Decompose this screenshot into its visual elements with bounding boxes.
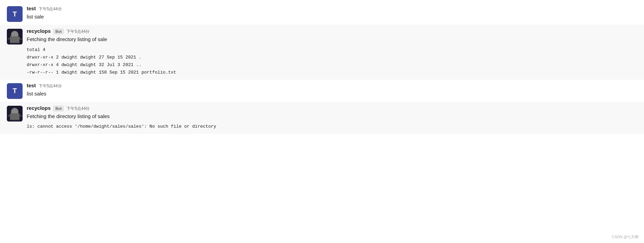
message-content-3: test 下午5点44分 list sales: [27, 82, 637, 98]
timestamp-3: 下午5点44分: [39, 83, 62, 89]
output-line-3: drwxr-xr-x 4 dwight dwight 32 Jul 3 2021…: [27, 61, 637, 69]
bot-avatar-2: [7, 106, 23, 122]
message-content-2: recyclops Bot 下午5点44分 Fetching the direc…: [27, 28, 637, 76]
svg-rect-5: [13, 36, 17, 37]
message-group-2: recyclops Bot 下午5点44分 Fetching the direc…: [0, 25, 644, 80]
output-line-4: -rw-r--r-- 1 dwight dwight 158 Sep 15 20…: [27, 69, 637, 76]
watermark: CSDN @七天啊: [612, 234, 639, 240]
error-output-line: ls: cannot access '/home/dwight/sales/sa…: [27, 123, 637, 130]
user-avatar-2: T: [7, 83, 23, 99]
message-list: T test 下午5点44分 list sale: [0, 0, 644, 137]
message-text-2: Fetching the directory listing of sale t…: [27, 36, 637, 76]
bot-avatar-image-1: [7, 29, 23, 44]
message-content-4: recyclops Bot 下午5点44分 Fetching the direc…: [27, 105, 637, 131]
output-line-1: total 4: [27, 46, 637, 54]
message-text-4: Fetching the directory listing of sales …: [27, 113, 637, 131]
bot-badge-2: Bot: [53, 106, 64, 111]
message-text-1: list sale: [27, 13, 637, 21]
svg-point-11: [12, 110, 14, 112]
message-header-3: test 下午5点44分: [27, 82, 637, 89]
bot-badge-1: Bot: [53, 29, 64, 34]
message-header-1: test 下午5点44分: [27, 5, 637, 12]
timestamp-4: 下午5点44分: [66, 106, 90, 112]
command-output-1: total 4 drwxr-xr-x 2 dwight dwight 27 Se…: [27, 46, 637, 76]
svg-point-4: [16, 34, 17, 35]
message-header-4: recyclops Bot 下午5点44分: [27, 105, 637, 112]
svg-rect-9: [10, 115, 20, 120]
sender-name-4: recyclops: [27, 105, 51, 111]
sender-name-3: test: [27, 82, 36, 88]
svg-rect-1: [10, 38, 20, 43]
command-output-2: ls: cannot access '/home/dwight/sales/sa…: [27, 123, 637, 130]
svg-point-3: [12, 34, 14, 35]
message-text-3: list sales: [27, 90, 637, 98]
sender-name-1: test: [27, 5, 36, 11]
bot-avatar-image-2: [7, 106, 23, 122]
timestamp-2: 下午5点44分: [66, 29, 90, 35]
message-content-1: test 下午5点44分 list sale: [27, 5, 637, 21]
svg-point-12: [16, 110, 17, 112]
message-group-3: T test 下午5点44分 list sales: [0, 80, 644, 102]
message-header-2: recyclops Bot 下午5点44分: [27, 28, 637, 35]
bot-avatar-1: [7, 29, 23, 44]
message-group-1: T test 下午5点44分 list sale: [0, 3, 644, 25]
output-line-2: drwxr-xr-x 2 dwight dwight 27 Sep 15 202…: [27, 54, 637, 61]
timestamp-1: 下午5点44分: [39, 6, 62, 12]
message-group-4: recyclops Bot 下午5点44分 Fetching the direc…: [0, 102, 644, 134]
svg-rect-13: [13, 113, 17, 114]
svg-point-2: [11, 31, 18, 39]
sender-name-2: recyclops: [27, 28, 51, 34]
user-avatar-1: T: [7, 6, 23, 22]
svg-point-10: [11, 108, 18, 116]
